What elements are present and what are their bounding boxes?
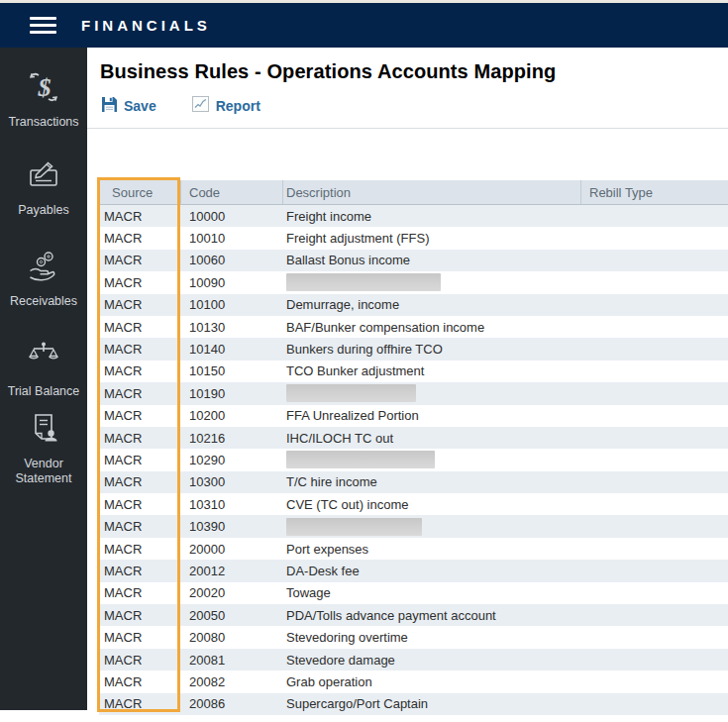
cell-description — [283, 384, 581, 402]
cell-code: 10310 — [181, 497, 283, 512]
table-row[interactable]: MACR20086Supercargo/Port Captain — [99, 693, 728, 715]
column-header-rebill-type[interactable]: Rebill Type — [581, 180, 728, 204]
redacted-description — [286, 273, 441, 291]
cell-description: Freight income — [283, 209, 581, 224]
cell-description: PDA/Tolls advance payment account — [283, 608, 581, 623]
sidebar-item-label: Vendor Statement — [0, 457, 87, 487]
table-row[interactable]: MACR10200FFA Unrealized Portion — [99, 405, 728, 427]
cell-description: Demurrage, income — [283, 297, 581, 312]
cell-code: 10130 — [181, 320, 283, 335]
report-button-label: Report — [216, 98, 260, 114]
cell-code: 10390 — [181, 519, 283, 534]
cell-code: 10060 — [181, 253, 283, 267]
table-row[interactable]: MACR10300T/C hire income — [99, 471, 728, 493]
table-row[interactable]: MACR10310CVE (TC out) income — [99, 493, 728, 515]
cell-source: MACR — [99, 653, 181, 668]
table-row[interactable]: MACR10000Freight income — [99, 205, 728, 227]
cell-source: MACR — [99, 209, 181, 224]
cell-source: MACR — [99, 497, 181, 512]
cell-description: Grab operation — [283, 674, 581, 689]
svg-text:$: $ — [38, 73, 52, 102]
cell-description: TCO Bunker adjustment — [283, 363, 581, 378]
cell-description: CVE (TC out) income — [283, 497, 581, 512]
table-row[interactable]: MACR20020Towage — [99, 582, 728, 604]
cell-code: 10290 — [181, 453, 283, 467]
redacted-description — [286, 384, 416, 402]
cell-code: 10140 — [181, 342, 283, 357]
sidebar-item-trial-balance[interactable]: Trial Balance — [8, 339, 80, 400]
report-button[interactable]: Report — [192, 96, 260, 115]
cell-code: 20012 — [181, 564, 283, 578]
column-header-code[interactable]: Code — [181, 180, 283, 204]
table-body: MACR10000Freight incomeMACR10010Freight … — [99, 205, 728, 715]
table-row[interactable]: MACR20081Stevedore damage — [99, 649, 728, 670]
sidebar-item-receivables[interactable]: Receivables — [10, 249, 77, 310]
page-title: Business Rules - Operations Accounts Map… — [100, 60, 728, 83]
cell-code: 10010 — [181, 231, 283, 246]
sidebar-item-transactions[interactable]: $ Transactions — [8, 69, 78, 131]
cell-source: MACR — [99, 696, 181, 711]
column-header-source[interactable]: Source — [99, 180, 181, 204]
table-row[interactable]: MACR20082Grab operation — [99, 670, 728, 692]
cell-source: MACR — [99, 342, 181, 357]
column-header-description[interactable]: Description — [283, 180, 581, 204]
app-title: FINANCIALS — [81, 17, 211, 34]
cell-code: 10150 — [181, 363, 283, 378]
cell-source: MACR — [99, 453, 181, 467]
sidebar-item-label: Trial Balance — [8, 384, 80, 400]
sidebar-item-payables[interactable]: Payables — [18, 157, 68, 219]
table-row[interactable]: MACR10090 — [99, 271, 728, 293]
cell-code: 20050 — [181, 608, 283, 623]
sidebar: $ Transactions Payables — [0, 48, 87, 710]
cell-source: MACR — [99, 431, 181, 446]
table-row[interactable]: MACR10140Bunkers during offhire TCO — [99, 338, 728, 360]
cell-description: Ballast Bonus income — [283, 253, 581, 267]
table-row[interactable]: MACR10190 — [99, 382, 728, 404]
app-bar: FINANCIALS — [0, 3, 728, 48]
cell-code: 10300 — [181, 474, 283, 489]
table-row[interactable]: MACR20050PDA/Tolls advance payment accou… — [99, 604, 728, 626]
cell-source: MACR — [99, 564, 181, 578]
hamburger-menu-icon[interactable] — [30, 17, 56, 34]
table-row[interactable]: MACR10060Ballast Bonus income — [99, 250, 728, 271]
accounts-table: Source Code Description Rebill Type MACR… — [99, 180, 728, 715]
cell-description — [283, 273, 581, 291]
table-row[interactable]: MACR20000Port expenses — [99, 538, 728, 560]
table-row[interactable]: MACR10100Demurrage, income — [99, 294, 728, 316]
cell-code: 20080 — [181, 630, 283, 645]
sidebar-item-vendor-statement[interactable]: Vendor Statement — [0, 411, 87, 487]
cell-source: MACR — [99, 275, 181, 290]
cell-code: 20000 — [181, 542, 283, 557]
transactions-icon: $ — [26, 69, 61, 109]
table-row[interactable]: MACR10010Freight adjustment (FFS) — [99, 227, 728, 249]
table-row[interactable]: MACR10290 — [99, 449, 728, 470]
cell-code: 10200 — [181, 408, 283, 423]
table-row[interactable]: MACR10150TCO Bunker adjustment — [99, 361, 728, 382]
save-button[interactable]: Save — [102, 97, 156, 115]
vendor-statement-icon — [26, 411, 61, 451]
cell-source: MACR — [99, 320, 181, 335]
cell-code: 10100 — [181, 297, 283, 312]
table-row[interactable]: MACR10130BAF/Bunker compensation income — [99, 316, 728, 338]
cell-source: MACR — [99, 386, 181, 401]
cell-description: Towage — [283, 585, 581, 600]
table-row[interactable]: MACR20080Stevedoring overtime — [99, 626, 728, 648]
cell-description: DA-Desk fee — [283, 564, 581, 578]
cell-code: 20086 — [181, 696, 283, 711]
cell-code: 20082 — [181, 674, 283, 689]
table-row[interactable]: MACR20012DA-Desk fee — [99, 560, 728, 581]
cell-source: MACR — [99, 363, 181, 378]
cell-source: MACR — [99, 297, 181, 312]
cell-source: MACR — [99, 253, 181, 267]
cell-source: MACR — [99, 231, 181, 246]
cell-description — [283, 518, 581, 536]
table-row[interactable]: MACR10390 — [99, 515, 728, 537]
table-row[interactable]: MACR10216IHC/ILOCH TC out — [99, 427, 728, 449]
cell-code: 10000 — [181, 209, 283, 224]
cell-code: 20081 — [181, 653, 283, 668]
cell-description: Stevedoring overtime — [283, 630, 581, 645]
report-chart-icon — [192, 96, 209, 115]
cell-description: Bunkers during offhire TCO — [283, 342, 581, 357]
cell-source: MACR — [99, 542, 181, 557]
cell-source: MACR — [99, 519, 181, 534]
